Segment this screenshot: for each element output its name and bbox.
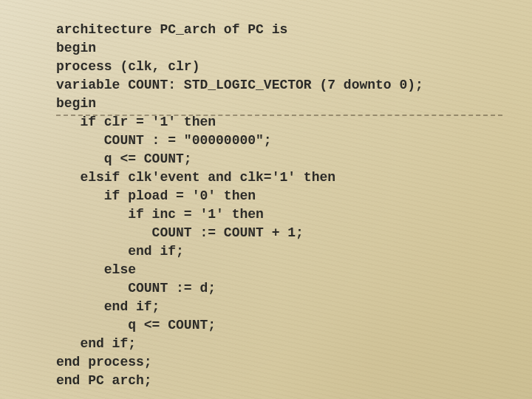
code-line: COUNT := COUNT + 1; xyxy=(56,224,532,242)
code-line: end if; xyxy=(56,242,532,261)
code-line: COUNT : = "00000000"; xyxy=(56,132,532,150)
code-line: elsif clk'event and clk='1' then xyxy=(56,168,532,187)
code-line: COUNT := d; xyxy=(56,279,532,298)
code-line: end if; xyxy=(56,298,532,316)
code-line: end PC arch; xyxy=(56,372,532,390)
code-line: q <= COUNT; xyxy=(56,316,532,335)
code-line: end process; xyxy=(56,353,532,372)
code-block: architecture PC_arch of PC is begin proc… xyxy=(56,21,532,390)
code-line: else xyxy=(56,261,532,279)
code-line: process (clk, clr) xyxy=(56,58,532,76)
code-line: q <= COUNT; xyxy=(56,150,532,168)
code-line: begin xyxy=(56,39,532,58)
code-line: if pload = '0' then xyxy=(56,187,532,205)
code-line: if inc = '1' then xyxy=(56,205,532,224)
code-line: architecture PC_arch of PC is xyxy=(56,21,532,39)
code-line: begin xyxy=(56,95,532,113)
code-line: variable COUNT: STD_LOGIC_VECTOR (7 down… xyxy=(56,76,532,95)
code-line: end if; xyxy=(56,335,532,353)
code-line: if clr = '1' then xyxy=(56,113,532,132)
